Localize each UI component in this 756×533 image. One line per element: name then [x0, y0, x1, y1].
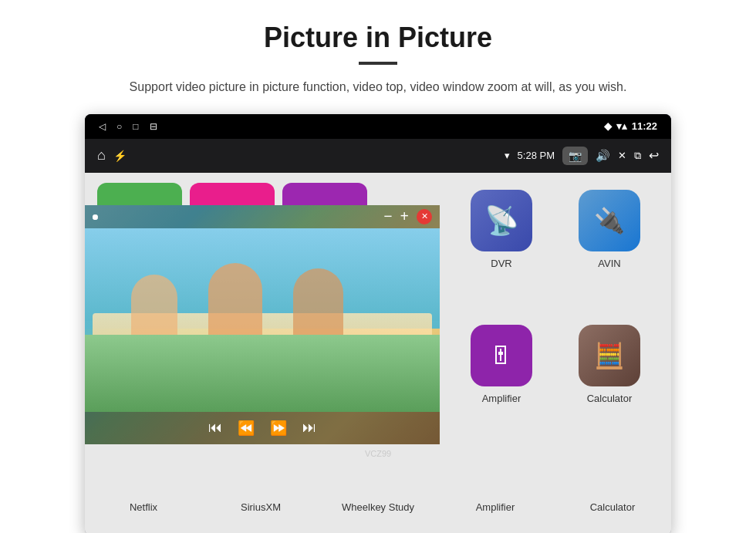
pip-video-window[interactable]: ⏺ − + ✕ ⏮ ⏪ ⏩ ⏭ [85, 205, 440, 444]
toolbar-right: ▾ 5:28 PM 📷 🔊 ✕ ⧉ ↩ [505, 147, 659, 165]
usb-icon: ⚡ [113, 150, 127, 162]
page-wrapper: Picture in Picture Support video picture… [0, 0, 756, 533]
amplifier-icon-box: 🎚 [471, 325, 532, 386]
app-icons-grid: 📡 DVR 🔌 AVIN 🎚 [440, 173, 671, 497]
calculator-label: Calculator [587, 393, 633, 404]
volume-icon[interactable]: 🔊 [596, 149, 610, 163]
status-bar-left: ◁ ○ □ ⊟ [99, 121, 157, 132]
pip-resize-controls[interactable]: − + ✕ [376, 205, 440, 228]
pip-next-btn[interactable]: ⏭ [302, 420, 316, 436]
calculator-bottom-label: Calculator [559, 501, 667, 528]
dvr-label: DVR [491, 258, 511, 269]
pip-rewind-btn[interactable]: ⏪ [238, 420, 255, 437]
pip-video-content [85, 205, 440, 444]
page-title: Picture in Picture [264, 22, 492, 54]
title-divider [359, 62, 397, 65]
amplifier-label: Amplifier [482, 393, 521, 404]
siriusxm-bottom-label: SiriusXM [207, 501, 315, 528]
pip-controls-bar[interactable]: ⏮ ⏪ ⏩ ⏭ [85, 412, 440, 444]
pip-topbar: ⏺ − + ✕ [85, 205, 440, 228]
back-nav-icon[interactable]: ◁ [99, 121, 106, 132]
windows-icon[interactable]: ⧉ [634, 150, 641, 162]
dvr-icon: 📡 [484, 204, 519, 237]
calculator-icon: 🧮 [594, 341, 625, 370]
amplifier-bottom-label: Amplifier [441, 501, 549, 528]
toolbar-left: ⌂ ⚡ [97, 147, 127, 164]
dvr-icon-box: 📡 [471, 190, 532, 251]
status-time: 11:22 [632, 120, 657, 132]
android-toolbar: ⌂ ⚡ ▾ 5:28 PM 📷 🔊 ✕ ⧉ ↩ [85, 139, 671, 173]
amplifier-icon: 🎚 [489, 342, 514, 370]
pip-plus-btn[interactable]: + [400, 207, 409, 225]
app-area: ⏺ − + ✕ ⏮ ⏪ ⏩ ⏭ [85, 173, 671, 533]
home-nav-icon[interactable]: ○ [116, 121, 122, 132]
watermark: VCZ99 [365, 449, 391, 458]
pip-minus-btn[interactable]: − [383, 207, 392, 225]
page-subtitle: Support video picture in picture functio… [130, 77, 627, 97]
calculator-icon-box: 🧮 [579, 325, 640, 386]
app-icon-dvr[interactable]: 📡 DVR [447, 180, 555, 316]
wheelkey-bottom-label: Wheelkey Study [324, 501, 432, 528]
bookmark-icon: ⊟ [150, 121, 157, 132]
app-icon-avin[interactable]: 🔌 AVIN [555, 180, 663, 316]
close-icon[interactable]: ✕ [618, 150, 626, 161]
avin-icon: 🔌 [594, 206, 625, 235]
home-button[interactable]: ⌂ [97, 147, 106, 164]
app-icon-amplifier[interactable]: 🎚 Amplifier [447, 315, 555, 451]
back-button[interactable]: ↩ [649, 148, 659, 163]
app-grid-area: ⏺ − + ✕ ⏮ ⏪ ⏩ ⏭ [85, 173, 671, 497]
location-icon: ◆ [604, 120, 612, 132]
netflix-bottom-label: Netflix [89, 501, 197, 528]
avin-icon-box: 🔌 [579, 190, 640, 251]
status-bar-right: ◆ ▾▴ 11:22 [604, 120, 657, 132]
toolbar-time: 5:28 PM [518, 150, 555, 161]
pip-close-btn[interactable]: ✕ [417, 209, 432, 224]
pip-forward-btn[interactable]: ⏩ [270, 420, 287, 437]
app-icon-calculator[interactable]: 🧮 Calculator [555, 315, 663, 451]
pip-record-icon: ⏺ [91, 212, 100, 221]
wifi-icon: ▾ [505, 150, 510, 161]
camera-button[interactable]: 📷 [562, 147, 588, 165]
signal-icon: ▾▴ [616, 120, 627, 132]
avin-label: AVIN [598, 258, 620, 269]
device-frame: ◁ ○ □ ⊟ ◆ ▾▴ 11:22 ⌂ ⚡ ▾ 5:28 PM 📷 🔊 [85, 114, 671, 533]
android-status-bar: ◁ ○ □ ⊟ ◆ ▾▴ 11:22 [85, 114, 671, 139]
recents-nav-icon[interactable]: □ [133, 121, 138, 132]
pip-prev-btn[interactable]: ⏮ [208, 420, 222, 436]
bottom-labels-row: Netflix SiriusXM Wheelkey Study Amplifie… [85, 497, 671, 533]
